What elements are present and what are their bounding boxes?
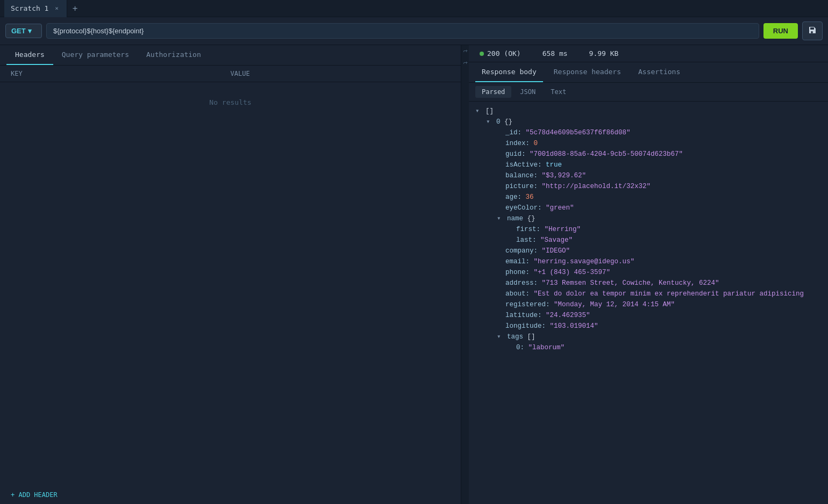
add-header-button[interactable]: + ADD HEADER [0, 486, 461, 504]
tab-headers[interactable]: Headers [6, 45, 53, 65]
status-code: 200 (OK) [480, 49, 521, 57]
json-key: _id: [505, 127, 526, 138]
method-dropdown-icon: ▾ [28, 27, 32, 35]
main-layout: Headers Query parameters Authorization K… [0, 45, 828, 504]
json-key: last: [516, 235, 540, 246]
save-button[interactable] [802, 21, 823, 40]
key-column-header: Key [11, 70, 231, 77]
json-key: 0 [496, 117, 504, 127]
headers-table: Key Value No results [0, 66, 461, 486]
tab-response-body[interactable]: Response body [475, 62, 543, 82]
json-line: longitude: "103.019014" [475, 321, 822, 332]
tab-query-parameters[interactable]: Query parameters [53, 45, 138, 65]
table-header-row: Key Value [0, 66, 461, 82]
json-line: 0: "laborum" [475, 342, 822, 353]
json-key: tags [507, 332, 527, 342]
json-line: ▾ 0 {} [475, 117, 822, 127]
method-selector[interactable]: GET ▾ [5, 24, 42, 38]
no-results-message: No results [0, 82, 461, 123]
run-button[interactable]: RUN [763, 23, 798, 39]
bracket: [] [527, 332, 536, 342]
json-key: first: [516, 224, 545, 235]
json-value: "Monday, May 12, 2014 4:15 AM" [554, 299, 675, 310]
tab-label: Scratch 1 [11, 4, 48, 12]
close-tab-icon[interactable]: × [53, 5, 60, 12]
tab-bar: Scratch 1 × + [0, 0, 828, 17]
json-line: registered: "Monday, May 12, 2014 4:15 A… [475, 299, 822, 310]
tab-authorization[interactable]: Authorization [138, 45, 210, 65]
json-line: isActive: true [475, 160, 822, 170]
url-bar-row: GET ▾ RUN [0, 17, 828, 45]
status-bar: 200 (OK) 658 ms 9.99 KB [469, 45, 828, 62]
json-value: "7001d088-85a6-4204-9cb5-50074d623b67" [530, 149, 683, 160]
json-value: "herring.savage@idego.us" [534, 256, 635, 267]
json-line: ▾ [] [475, 106, 822, 117]
json-key: picture: [505, 181, 542, 192]
json-key: guid: [505, 149, 530, 160]
json-value: "+1 (843) 465-3597" [534, 267, 611, 278]
sub-tabs: Headers Query parameters Authorization [0, 45, 461, 66]
json-key: longitude: [505, 321, 550, 332]
method-label: GET [11, 27, 26, 35]
json-value: "http://placehold.it/32x32" [542, 181, 651, 192]
json-value: "green" [546, 203, 574, 213]
add-tab-button[interactable]: + [67, 1, 82, 16]
json-line: balance: "$3,929.62" [475, 170, 822, 181]
json-key: 0: [516, 342, 529, 353]
json-line: latitude: "24.462935" [475, 310, 822, 321]
json-line: picture: "http://placehold.it/32x32" [475, 181, 822, 192]
json-value: "5c78d4e609b5e637f6f86d08" [526, 127, 631, 138]
bracket: {} [527, 213, 536, 224]
json-line: last: "Savage" [475, 235, 822, 246]
json-value: "laborum" [529, 342, 565, 353]
json-line: company: "IDEGO" [475, 246, 822, 256]
json-value: true [546, 160, 562, 170]
tab-json[interactable]: JSON [513, 86, 542, 98]
url-input[interactable] [46, 23, 759, 39]
json-key: index: [505, 138, 534, 149]
toggle-button[interactable]: ▾ [475, 106, 483, 117]
json-value: "Herring" [545, 224, 581, 235]
right-panel: 200 (OK) 658 ms 9.99 KB Response body Re… [469, 45, 828, 504]
tab-text[interactable]: Text [544, 86, 573, 98]
toggle-button[interactable]: ▾ [497, 332, 505, 342]
json-line: eyeColor: "green" [475, 203, 822, 213]
tab-assertions[interactable]: Assertions [632, 62, 687, 82]
response-tabs: Response body Response headers Assertion… [469, 62, 828, 83]
json-key: about: [505, 289, 534, 299]
json-viewer: ▾ []▾ 0 {}_id: "5c78d4e609b5e637f6f86d08… [469, 102, 828, 504]
json-value: "103.019014" [550, 321, 598, 332]
json-line: index: 0 [475, 138, 822, 149]
toggle-button[interactable]: ▾ [486, 117, 494, 127]
json-line: address: "713 Remsen Street, Cowiche, Ke… [475, 278, 822, 289]
json-key: address: [505, 278, 542, 289]
side-strip-item-2[interactable]: t [461, 57, 469, 69]
json-key: email: [505, 256, 534, 267]
scratch-tab[interactable]: Scratch 1 × [4, 0, 67, 17]
json-value: "IDEGO" [542, 246, 570, 256]
tab-parsed[interactable]: Parsed [475, 86, 511, 98]
side-strip-item[interactable]: t [461, 45, 469, 57]
left-panel: Headers Query parameters Authorization K… [0, 45, 461, 504]
toggle-button[interactable]: ▾ [497, 213, 505, 224]
json-key: age: [505, 192, 526, 203]
bracket: [] [486, 106, 494, 117]
json-key: isActive: [505, 160, 546, 170]
json-line: ▾ name {} [475, 213, 822, 224]
json-key: latitude: [505, 310, 546, 321]
status-dot [480, 52, 484, 56]
json-key: eyeColor: [505, 203, 546, 213]
json-value: "Est do dolor ea tempor minim ex reprehe… [534, 289, 804, 299]
response-time: 658 ms [543, 49, 568, 57]
json-line: age: 36 [475, 192, 822, 203]
json-key: registered: [505, 299, 554, 310]
response-size: 9.99 KB [589, 49, 619, 57]
json-line: ▾ tags [] [475, 332, 822, 342]
tab-response-headers[interactable]: Response headers [547, 62, 627, 82]
json-value: 0 [534, 138, 538, 149]
json-line: _id: "5c78d4e609b5e637f6f86d08" [475, 127, 822, 138]
json-line: about: "Est do dolor ea tempor minim ex … [475, 289, 822, 299]
json-value: "24.462935" [546, 310, 590, 321]
json-line: first: "Herring" [475, 224, 822, 235]
save-icon [808, 26, 817, 34]
